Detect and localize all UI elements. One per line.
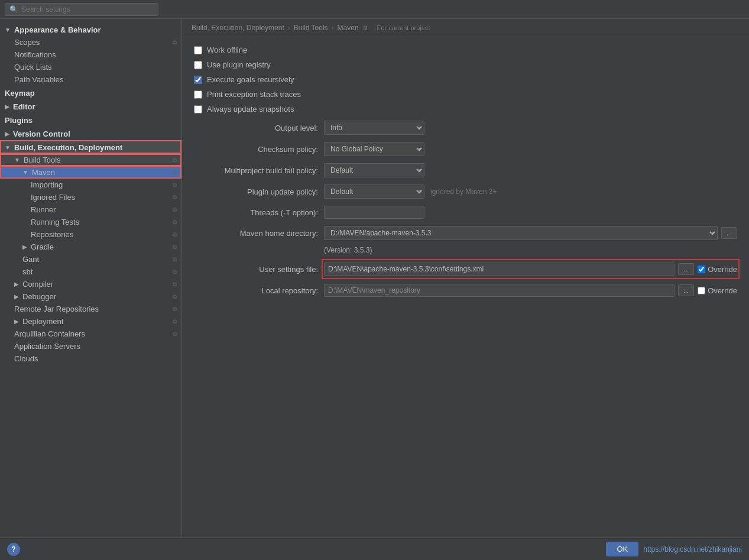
copy-icon: ⧉ [173, 281, 177, 288]
work-offline-row: Work offline [194, 46, 737, 54]
maven-home-path-row: D:/MAVEN/apache-maven-3.5.3 ... [324, 226, 737, 240]
user-settings-input[interactable] [324, 263, 675, 276]
always-update-row: Always update snapshots [194, 105, 737, 114]
expand-arrow: ▼ [22, 169, 28, 176]
maven-home-row: Maven home directory: D:/MAVEN/apache-ma… [194, 226, 737, 240]
sidebar-item-plugins[interactable]: Plugins [0, 113, 181, 127]
copy-icon: ⧉ [173, 318, 177, 325]
sidebar-item-app-servers[interactable]: Application Servers [0, 340, 181, 352]
maven-home-browse-button[interactable]: ... [721, 227, 737, 239]
sidebar-item-runner[interactable]: Runner ⧉ [0, 203, 181, 216]
maven-home-select[interactable]: D:/MAVEN/apache-maven-3.5.3 [324, 226, 718, 240]
sidebar-item-remote-jar[interactable]: Remote Jar Repositories ⧉ [0, 303, 181, 315]
sidebar-item-ignored-files[interactable]: Ignored Files ⧉ [0, 191, 181, 203]
sidebar-item-repositories[interactable]: Repositories ⧉ [0, 228, 181, 241]
main-layout: ▼ Appearance & Behavior Scopes ⧉ Notific… [0, 19, 749, 538]
local-repo-browse-button[interactable]: ... [678, 284, 694, 296]
local-repo-override-row: Override [698, 286, 737, 295]
output-level-select[interactable]: Info Debug Warn Error [324, 121, 424, 135]
top-bar: 🔍 [0, 0, 749, 19]
copy-icon: ⧉ [173, 331, 177, 338]
print-exception-row: Print exception stack traces [194, 90, 737, 99]
breadcrumb-sep-2: › [332, 24, 334, 32]
sidebar-item-build-tools[interactable]: ▼ Build Tools ⧉ [0, 154, 181, 166]
expand-arrow: ▶ [5, 131, 9, 137]
user-settings-override-row: Override [698, 265, 737, 274]
plugin-update-label: Plugin update policy: [194, 187, 318, 196]
sidebar-item-maven[interactable]: ▼ Maven ⧉ [0, 166, 181, 179]
copy-icon: ⧉ [173, 244, 177, 251]
search-box[interactable]: 🔍 [5, 3, 158, 16]
threads-input[interactable] [324, 206, 424, 219]
bottom-bar: ? OK https://blog.csdn.net/zhikanjiani [0, 538, 749, 560]
sidebar-item-version-control[interactable]: ▶ Version Control [0, 127, 181, 140]
sidebar-item-importing[interactable]: Importing ⧉ [0, 179, 181, 191]
sidebar-item-editor[interactable]: ▶ Editor [0, 99, 181, 113]
execute-goals-checkbox[interactable] [194, 76, 202, 84]
sidebar-item-clouds[interactable]: Clouds [0, 352, 181, 365]
sidebar-item-gant[interactable]: Gant ⧉ [0, 253, 181, 266]
sidebar-item-label: Running Tests [31, 218, 79, 226]
sidebar-item-gradle[interactable]: ▶ Gradle ⧉ [0, 241, 181, 253]
breadcrumb-item-2[interactable]: Build Tools [294, 24, 328, 32]
local-repo-path-row: ... Override [324, 284, 737, 297]
sidebar-item-sbt[interactable]: sbt ⧉ [0, 266, 181, 278]
sidebar-item-label: Ignored Files [31, 193, 75, 202]
plugin-update-select[interactable]: Default Always Never Interval [324, 184, 424, 199]
sidebar-item-arquillian[interactable]: Arquillian Containers ⧉ [0, 328, 181, 340]
copy-icon: ⧉ [173, 39, 177, 46]
copy-icon: ⧉ [173, 231, 177, 238]
sidebar-item-appearance[interactable]: ▼ Appearance & Behavior [0, 22, 181, 36]
search-icon: 🔍 [9, 5, 18, 14]
checksum-policy-label: Checksum policy: [194, 145, 318, 154]
sidebar-item-scopes[interactable]: Scopes ⧉ [0, 36, 181, 48]
sidebar-item-label: Appearance & Behavior [14, 25, 101, 34]
breadcrumb-item-1[interactable]: Build, Execution, Deployment [192, 24, 284, 32]
execute-goals-row: Execute goals recursively [194, 75, 737, 84]
checksum-policy-select[interactable]: No Global Policy Fail Warn Ignore [324, 142, 424, 156]
ok-button[interactable]: OK [606, 542, 638, 556]
sidebar-item-label: Runner [31, 205, 56, 214]
sidebar-item-label: Compiler [22, 280, 53, 289]
maven-settings-form: Work offline Use plugin registry Execute… [182, 37, 749, 305]
output-level-label: Output level: [194, 124, 318, 132]
print-exception-checkbox[interactable] [194, 90, 202, 99]
override-label: Override [708, 265, 737, 274]
sidebar-item-label: Arquillian Containers [14, 329, 85, 338]
local-repo-input[interactable] [324, 284, 675, 297]
multiproject-select-wrapper: Default Fail at End Never Fail [324, 163, 424, 177]
sidebar-item-notifications[interactable]: Notifications [0, 48, 181, 61]
copy-icon: ⧉ [173, 306, 177, 313]
search-input[interactable] [21, 5, 154, 14]
sidebar-item-build-execution[interactable]: ▼ Build, Execution, Deployment [0, 140, 181, 154]
sidebar-item-label: Build, Execution, Deployment [14, 143, 122, 152]
sidebar-item-compiler[interactable]: ▶ Compiler ⧉ [0, 278, 181, 290]
sidebar-item-debugger[interactable]: ▶ Debugger ⧉ [0, 290, 181, 303]
sidebar-item-label: Gradle [31, 242, 54, 251]
multiproject-select[interactable]: Default Fail at End Never Fail [324, 163, 424, 177]
multiproject-row: Multiproject build fail policy: Default … [194, 163, 737, 177]
expand-arrow: ▶ [5, 103, 9, 110]
sidebar-item-running-tests[interactable]: Running Tests ⧉ [0, 216, 181, 228]
expand-arrow: ▶ [14, 281, 19, 287]
user-settings-browse-button[interactable]: ... [678, 263, 694, 275]
use-plugin-registry-checkbox[interactable] [194, 61, 202, 69]
always-update-checkbox[interactable] [194, 105, 202, 114]
work-offline-checkbox[interactable] [194, 46, 202, 54]
help-button[interactable]: ? [7, 543, 20, 556]
local-repo-label: Local repository: [194, 286, 318, 295]
execute-goals-label: Execute goals recursively [207, 75, 294, 84]
override-label2: Override [708, 286, 737, 295]
local-repo-override-checkbox[interactable] [698, 287, 705, 294]
sidebar-item-label: Version Control [13, 130, 70, 138]
copy-icon: ⧉ [173, 182, 177, 189]
sidebar-item-keymap[interactable]: Keymap [0, 86, 181, 99]
sidebar-item-label: Application Servers [14, 342, 80, 351]
user-settings-override-checkbox[interactable] [698, 266, 705, 273]
sidebar-item-deployment[interactable]: ▶ Deployment ⧉ [0, 315, 181, 328]
breadcrumb-item-3[interactable]: Maven [338, 24, 359, 32]
sidebar-item-path-variables[interactable]: Path Variables [0, 73, 181, 86]
plugin-update-row: Plugin update policy: Default Always Nev… [194, 184, 737, 199]
sidebar-item-quick-lists[interactable]: Quick Lists [0, 61, 181, 73]
sidebar: ▼ Appearance & Behavior Scopes ⧉ Notific… [0, 19, 182, 538]
